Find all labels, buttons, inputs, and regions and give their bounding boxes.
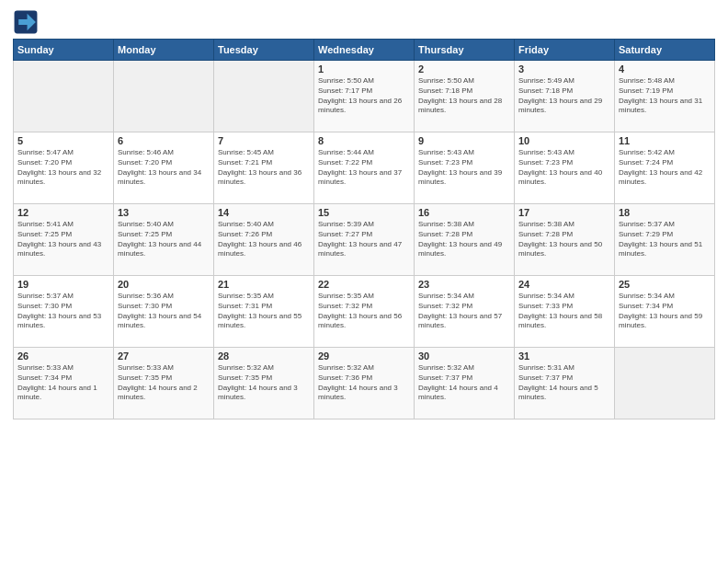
cell-details: Sunrise: 5:49 AM Sunset: 7:18 PM Dayligh… bbox=[518, 76, 610, 116]
calendar-week-row: 26Sunrise: 5:33 AM Sunset: 7:34 PM Dayli… bbox=[14, 348, 715, 419]
day-number: 21 bbox=[218, 279, 310, 290]
cell-details: Sunrise: 5:34 AM Sunset: 7:34 PM Dayligh… bbox=[619, 292, 711, 331]
calendar-cell: 5Sunrise: 5:47 AM Sunset: 7:20 PM Daylig… bbox=[14, 132, 114, 204]
cell-details: Sunrise: 5:46 AM Sunset: 7:20 PM Dayligh… bbox=[118, 148, 210, 188]
calendar-cell: 30Sunrise: 5:32 AM Sunset: 7:37 PM Dayli… bbox=[415, 348, 515, 419]
cell-details: Sunrise: 5:37 AM Sunset: 7:30 PM Dayligh… bbox=[17, 292, 109, 331]
cell-details: Sunrise: 5:36 AM Sunset: 7:30 PM Dayligh… bbox=[118, 292, 210, 331]
calendar-cell: 22Sunrise: 5:35 AM Sunset: 7:32 PM Dayli… bbox=[314, 276, 415, 348]
day-number: 1 bbox=[318, 63, 410, 75]
calendar-cell: 10Sunrise: 5:43 AM Sunset: 7:23 PM Dayli… bbox=[515, 132, 615, 204]
calendar-table: SundayMondayTuesdayWednesdayThursdayFrid… bbox=[13, 39, 715, 419]
calendar-cell: 23Sunrise: 5:34 AM Sunset: 7:32 PM Dayli… bbox=[415, 276, 515, 348]
logo bbox=[13, 9, 42, 35]
day-number: 4 bbox=[619, 63, 711, 75]
header bbox=[13, 9, 715, 35]
calendar-cell: 7Sunrise: 5:45 AM Sunset: 7:21 PM Daylig… bbox=[214, 132, 314, 204]
cell-details: Sunrise: 5:48 AM Sunset: 7:19 PM Dayligh… bbox=[619, 76, 711, 116]
day-number: 31 bbox=[518, 350, 610, 362]
day-number: 25 bbox=[619, 279, 711, 290]
day-number: 9 bbox=[418, 135, 510, 146]
day-number: 30 bbox=[418, 350, 510, 362]
day-number: 16 bbox=[418, 207, 510, 218]
day-number: 17 bbox=[518, 207, 610, 218]
calendar-cell bbox=[214, 61, 314, 132]
day-number: 12 bbox=[17, 207, 109, 218]
calendar-cell: 17Sunrise: 5:38 AM Sunset: 7:28 PM Dayli… bbox=[515, 204, 615, 276]
calendar-cell: 19Sunrise: 5:37 AM Sunset: 7:30 PM Dayli… bbox=[14, 276, 114, 348]
cell-details: Sunrise: 5:47 AM Sunset: 7:20 PM Dayligh… bbox=[17, 148, 109, 188]
cell-details: Sunrise: 5:50 AM Sunset: 7:18 PM Dayligh… bbox=[418, 76, 510, 116]
calendar-cell: 14Sunrise: 5:40 AM Sunset: 7:26 PM Dayli… bbox=[214, 204, 314, 276]
calendar-cell: 2Sunrise: 5:50 AM Sunset: 7:18 PM Daylig… bbox=[415, 61, 515, 132]
calendar-cell: 27Sunrise: 5:33 AM Sunset: 7:35 PM Dayli… bbox=[114, 348, 214, 419]
calendar-cell: 25Sunrise: 5:34 AM Sunset: 7:34 PM Dayli… bbox=[615, 276, 715, 348]
calendar-cell: 16Sunrise: 5:38 AM Sunset: 7:28 PM Dayli… bbox=[415, 204, 515, 276]
cell-details: Sunrise: 5:33 AM Sunset: 7:35 PM Dayligh… bbox=[118, 363, 210, 403]
calendar-cell: 12Sunrise: 5:41 AM Sunset: 7:25 PM Dayli… bbox=[14, 204, 114, 276]
calendar-cell bbox=[615, 348, 715, 419]
calendar-cell: 26Sunrise: 5:33 AM Sunset: 7:34 PM Dayli… bbox=[14, 348, 114, 419]
weekday-header-cell: Monday bbox=[114, 40, 214, 61]
calendar-week-row: 1Sunrise: 5:50 AM Sunset: 7:17 PM Daylig… bbox=[14, 61, 715, 132]
cell-details: Sunrise: 5:50 AM Sunset: 7:17 PM Dayligh… bbox=[318, 76, 410, 116]
cell-details: Sunrise: 5:45 AM Sunset: 7:21 PM Dayligh… bbox=[218, 148, 310, 188]
calendar-week-row: 19Sunrise: 5:37 AM Sunset: 7:30 PM Dayli… bbox=[14, 276, 715, 348]
calendar-cell: 3Sunrise: 5:49 AM Sunset: 7:18 PM Daylig… bbox=[515, 61, 615, 132]
cell-details: Sunrise: 5:32 AM Sunset: 7:36 PM Dayligh… bbox=[318, 363, 410, 403]
day-number: 7 bbox=[218, 135, 310, 146]
calendar-cell bbox=[114, 61, 214, 132]
calendar-cell: 6Sunrise: 5:46 AM Sunset: 7:20 PM Daylig… bbox=[114, 132, 214, 204]
cell-details: Sunrise: 5:34 AM Sunset: 7:33 PM Dayligh… bbox=[518, 292, 610, 331]
cell-details: Sunrise: 5:33 AM Sunset: 7:34 PM Dayligh… bbox=[17, 363, 109, 403]
calendar-cell: 8Sunrise: 5:44 AM Sunset: 7:22 PM Daylig… bbox=[314, 132, 415, 204]
weekday-header-cell: Friday bbox=[515, 40, 615, 61]
cell-details: Sunrise: 5:35 AM Sunset: 7:31 PM Dayligh… bbox=[218, 292, 310, 331]
calendar-cell: 9Sunrise: 5:43 AM Sunset: 7:23 PM Daylig… bbox=[415, 132, 515, 204]
calendar-cell: 13Sunrise: 5:40 AM Sunset: 7:25 PM Dayli… bbox=[114, 204, 214, 276]
calendar-cell: 11Sunrise: 5:42 AM Sunset: 7:24 PM Dayli… bbox=[615, 132, 715, 204]
day-number: 23 bbox=[418, 279, 510, 290]
calendar-cell: 29Sunrise: 5:32 AM Sunset: 7:36 PM Dayli… bbox=[314, 348, 415, 419]
day-number: 2 bbox=[418, 63, 510, 75]
day-number: 8 bbox=[318, 135, 410, 146]
weekday-header-cell: Wednesday bbox=[314, 40, 415, 61]
weekday-header-cell: Sunday bbox=[14, 40, 114, 61]
cell-details: Sunrise: 5:42 AM Sunset: 7:24 PM Dayligh… bbox=[619, 148, 711, 188]
calendar-cell: 1Sunrise: 5:50 AM Sunset: 7:17 PM Daylig… bbox=[314, 61, 415, 132]
day-number: 10 bbox=[518, 135, 610, 146]
day-number: 5 bbox=[17, 135, 109, 146]
day-number: 11 bbox=[619, 135, 711, 146]
cell-details: Sunrise: 5:37 AM Sunset: 7:29 PM Dayligh… bbox=[619, 220, 711, 259]
day-number: 6 bbox=[118, 135, 210, 146]
day-number: 22 bbox=[318, 279, 410, 290]
weekday-header-cell: Thursday bbox=[415, 40, 515, 61]
calendar-cell: 18Sunrise: 5:37 AM Sunset: 7:29 PM Dayli… bbox=[615, 204, 715, 276]
day-number: 20 bbox=[118, 279, 210, 290]
cell-details: Sunrise: 5:43 AM Sunset: 7:23 PM Dayligh… bbox=[518, 148, 610, 188]
calendar-cell: 20Sunrise: 5:36 AM Sunset: 7:30 PM Dayli… bbox=[114, 276, 214, 348]
cell-details: Sunrise: 5:35 AM Sunset: 7:32 PM Dayligh… bbox=[318, 292, 410, 331]
calendar-cell bbox=[14, 61, 114, 132]
day-number: 27 bbox=[118, 350, 210, 362]
cell-details: Sunrise: 5:40 AM Sunset: 7:26 PM Dayligh… bbox=[218, 220, 310, 259]
cell-details: Sunrise: 5:38 AM Sunset: 7:28 PM Dayligh… bbox=[418, 220, 510, 259]
calendar-week-row: 5Sunrise: 5:47 AM Sunset: 7:20 PM Daylig… bbox=[14, 132, 715, 204]
calendar-cell: 31Sunrise: 5:31 AM Sunset: 7:37 PM Dayli… bbox=[515, 348, 615, 419]
cell-details: Sunrise: 5:40 AM Sunset: 7:25 PM Dayligh… bbox=[118, 220, 210, 259]
calendar-body: 1Sunrise: 5:50 AM Sunset: 7:17 PM Daylig… bbox=[14, 61, 715, 419]
calendar-cell: 24Sunrise: 5:34 AM Sunset: 7:33 PM Dayli… bbox=[515, 276, 615, 348]
cell-details: Sunrise: 5:31 AM Sunset: 7:37 PM Dayligh… bbox=[518, 363, 610, 403]
cell-details: Sunrise: 5:32 AM Sunset: 7:35 PM Dayligh… bbox=[218, 363, 310, 403]
cell-details: Sunrise: 5:43 AM Sunset: 7:23 PM Dayligh… bbox=[418, 148, 510, 188]
day-number: 14 bbox=[218, 207, 310, 218]
calendar-cell: 4Sunrise: 5:48 AM Sunset: 7:19 PM Daylig… bbox=[615, 61, 715, 132]
cell-details: Sunrise: 5:38 AM Sunset: 7:28 PM Dayligh… bbox=[518, 220, 610, 259]
weekday-header-cell: Tuesday bbox=[214, 40, 314, 61]
day-number: 29 bbox=[318, 350, 410, 362]
logo-icon bbox=[13, 9, 39, 35]
calendar-cell: 21Sunrise: 5:35 AM Sunset: 7:31 PM Dayli… bbox=[214, 276, 314, 348]
calendar-week-row: 12Sunrise: 5:41 AM Sunset: 7:25 PM Dayli… bbox=[14, 204, 715, 276]
day-number: 19 bbox=[17, 279, 109, 290]
cell-details: Sunrise: 5:34 AM Sunset: 7:32 PM Dayligh… bbox=[418, 292, 510, 331]
